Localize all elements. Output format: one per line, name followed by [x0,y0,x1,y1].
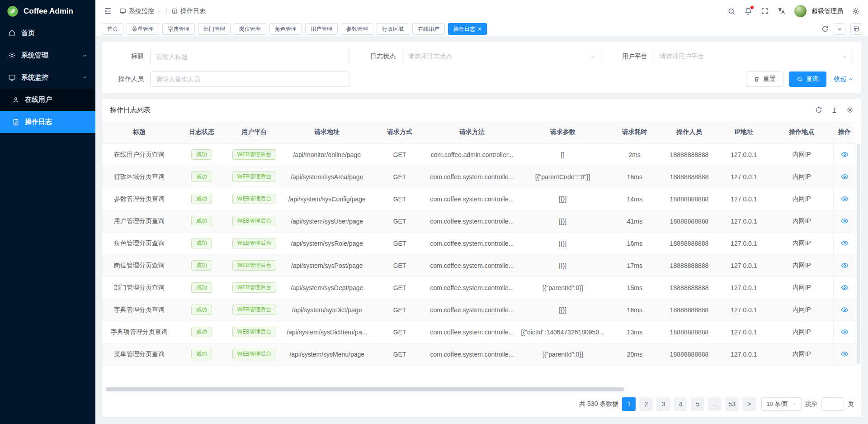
coffee-logo-icon [6,5,19,18]
search-icon[interactable] [727,7,736,15]
topbar: 系统监控 / 操作日志 [95,0,868,22]
platform-badge: WEB管理后台 [232,172,276,182]
chevron-down-icon [590,54,595,59]
operator-input[interactable] [150,71,349,87]
tab-行政区域[interactable]: 行政区域 [377,23,409,35]
table-row: 用户管理分页查询成功WEB管理后台/api/system/sysUser/pag… [102,210,855,232]
cell-status: 成功 [176,232,227,254]
tab-菜单管理[interactable]: 菜单管理 [127,23,159,35]
table-title: 操作日志列表 [110,106,151,114]
cell-method: GET [373,276,427,299]
cell-actions [834,166,855,188]
next-page-button[interactable]: > [742,397,756,411]
reset-button[interactable]: 重置 [746,71,783,87]
operator-filter-label: 操作人员 [110,75,150,83]
page-button-1[interactable]: 1 [622,397,636,411]
fullscreen-icon[interactable] [761,7,769,15]
sidebar-menu: 首页 系统管理 系统监控 在线用户 操作日志 [0,22,95,133]
eye-icon [841,306,849,314]
cell-params: [{}] [517,232,609,254]
page-ellipsis[interactable]: ... [708,397,722,411]
layout-icon[interactable] [850,23,862,35]
page-button-3[interactable]: 3 [656,397,670,411]
cell-status: 成功 [176,343,227,365]
user-avatar[interactable] [794,5,807,17]
view-detail-button[interactable] [840,216,849,226]
tab-controls [816,23,868,35]
user-platform-select[interactable]: 请选择用户平台 [654,49,853,64]
view-detail-button[interactable] [840,261,849,270]
tab-首页[interactable]: 首页 [102,23,123,35]
cell-handler: com.coffee.system.controlle... [427,166,517,188]
cell-operator: 18888888888 [661,143,717,166]
tab-close-icon[interactable]: × [478,26,481,32]
platform-badge: WEB管理后台 [232,305,276,315]
cell-ip: 127.0.0.1 [717,299,770,321]
horizontal-scrollbar-thumb[interactable] [106,387,624,391]
tab-参数管理[interactable]: 参数管理 [341,23,373,35]
log-status-select[interactable]: 请选择日志状态 [402,49,601,64]
sidebar-item-home[interactable]: 首页 [0,22,95,44]
sidebar-item-system-monitor[interactable]: 系统监控 [0,67,95,89]
view-detail-button[interactable] [840,150,849,159]
refresh-icon[interactable] [815,106,822,114]
table-card: 操作日志列表 [102,99,861,417]
cell-duration: 20ms [608,343,661,365]
tab-角色管理[interactable]: 角色管理 [269,23,302,35]
column-header: 请求耗时 [608,121,661,143]
pagination-pages: 12345...53 [622,397,739,411]
tab-部门管理[interactable]: 部门管理 [198,23,231,35]
settings-gear-icon[interactable] [852,7,860,15]
sidebar-item-system-management[interactable]: 系统管理 [0,44,95,67]
view-detail-button[interactable] [840,327,849,337]
platform-badge: WEB管理后台 [232,260,276,271]
view-detail-button[interactable] [840,194,849,204]
tab-actions-dropdown[interactable] [834,23,845,35]
row-height-icon[interactable] [831,106,838,114]
page-button-2[interactable]: 2 [639,397,653,411]
cell-url: /api/system/sysDict/page [281,299,373,321]
column-header: 操作 [834,121,855,143]
page-button-5[interactable]: 5 [691,397,704,411]
log-status-badge: 成功 [191,260,212,271]
cell-ip: 127.0.0.1 [717,166,770,188]
cell-operator: 18888888888 [661,210,717,232]
cell-location: 内网IP [770,232,834,254]
log-status-badge: 成功 [191,327,212,338]
notification-bell-icon[interactable] [744,7,752,15]
sidebar-collapse-icon[interactable] [104,7,112,15]
tab-label: 在线用户 [418,25,439,33]
jump-page-input[interactable] [821,397,844,411]
view-detail-button[interactable] [840,172,849,181]
page-button-4[interactable]: 4 [674,397,687,411]
view-detail-button[interactable] [840,238,849,248]
cell-params: [{"parentId":0}] [517,276,609,299]
sidebar-item-online-users[interactable]: 在线用户 [0,89,95,111]
sidebar-item-operation-log[interactable]: 操作日志 [0,111,95,133]
view-detail-button[interactable] [840,305,849,314]
tab-label: 用户管理 [311,25,332,33]
cell-method: GET [373,321,427,343]
tab-字典管理[interactable]: 字典管理 [162,23,195,35]
breadcrumb-system-monitor[interactable]: 系统监控 [119,7,161,15]
vertical-scrollbar[interactable] [857,144,860,364]
query-button[interactable]: 查询 [789,71,826,87]
translate-icon[interactable] [777,7,786,15]
cell-method: GET [373,188,427,210]
view-detail-button[interactable] [840,349,849,359]
tab-在线用户[interactable]: 在线用户 [412,23,445,35]
view-detail-button[interactable] [840,283,849,292]
table-row: 角色管理分页查询成功WEB管理后台/api/system/sysRole/pag… [102,232,855,254]
cell-actions [834,343,855,365]
page-button-53[interactable]: 53 [725,397,739,411]
tab-用户管理[interactable]: 用户管理 [305,23,338,35]
title-input[interactable] [150,49,349,64]
collapse-filters-link[interactable]: 收起 [834,75,853,83]
refresh-icon[interactable] [821,25,829,33]
tab-操作日志[interactable]: 操作日志× [448,23,487,35]
page-size-select[interactable]: 10 条/页 [761,397,802,411]
cell-platform: WEB管理后台 [227,188,282,210]
tab-岗位管理[interactable]: 岗位管理 [234,23,266,35]
column-settings-icon[interactable] [846,106,854,114]
eye-icon [841,239,849,247]
